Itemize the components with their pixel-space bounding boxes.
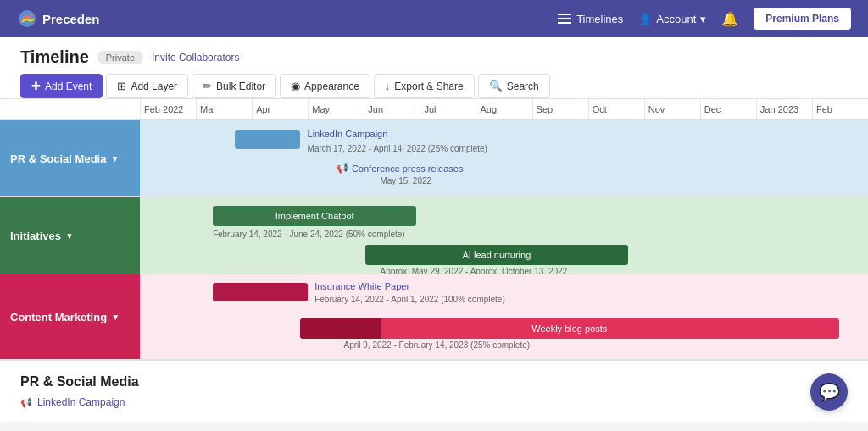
month-jun: Jun (364, 99, 420, 119)
edit-icon: ✏ (203, 80, 212, 92)
label-col-header (0, 99, 140, 119)
ai-lead-nurturing-label: AI lead nurturing (463, 250, 531, 260)
month-headers: Feb 2022 Mar Apr May Jun Jul Aug Sep Oct… (140, 99, 868, 119)
row-content-marketing: Content Marketing ▼ Insurance White Pape… (0, 274, 868, 360)
weekly-blog-posts-sublabel: April 9, 2022 - February 14, 2023 (25% c… (344, 340, 531, 350)
account-nav[interactable]: 👤 Account ▾ (638, 13, 706, 25)
month-feb2022: Feb 2022 (140, 99, 196, 119)
month-jul: Jul (420, 99, 476, 119)
month-sep: Sep (532, 99, 588, 119)
pr-social-label[interactable]: PR & Social Media ▼ (0, 120, 140, 196)
row-pr-social: PR & Social Media ▼ LinkedIn Campaign Ma… (0, 120, 868, 197)
account-label: Account (656, 13, 696, 25)
add-layer-label: Add Layer (131, 80, 177, 92)
initiatives-chevron-icon: ▼ (65, 231, 74, 240)
month-nov: Nov (644, 99, 700, 119)
invite-collaborators-link[interactable]: Invite Collaborators (152, 52, 239, 64)
bottom-section-title: PR & Social Media (20, 374, 848, 390)
page-header: Timeline Private Invite Collaborators ✚ … (0, 37, 868, 99)
insurance-white-paper-label: Insurance White Paper (314, 281, 409, 291)
ai-lead-nurturing-sublabel: Approx. May 29, 2022 - Approx. October 1… (380, 267, 567, 274)
plus-icon: ✚ (31, 80, 41, 92)
implement-chatbot-sublabel: February 14, 2022 - June 24, 2022 (50% c… (213, 229, 405, 239)
bulk-editor-label: Bulk Editor (216, 80, 265, 92)
topnav: Preceden Timelines 👤 Account ▾ 🔔 Premium… (0, 0, 868, 37)
linkedin-campaign-sublabel: March 17, 2022 - April 14, 2022 (25% com… (308, 144, 487, 153)
bottom-item-label: LinkedIn Campaign (37, 396, 125, 408)
insurance-white-paper-sublabel: February 14, 2022 - April 1, 2022 (100% … (314, 295, 505, 304)
content-mktg-chevron-icon: ▼ (111, 312, 120, 322)
user-icon: 👤 (638, 13, 652, 25)
month-aug: Aug (476, 99, 531, 119)
toolbar: ✚ Add Event ⊞ Add Layer ✏ Bulk Editor ◉ … (20, 74, 848, 98)
pr-social-content: LinkedIn Campaign March 17, 2022 - April… (140, 120, 868, 196)
chat-bubble-button[interactable]: 💬 (810, 373, 848, 411)
timelines-label: Timelines (576, 13, 623, 25)
implement-chatbot-bar[interactable]: Implement Chatbot (213, 206, 417, 226)
timelines-nav[interactable]: Timelines (558, 13, 623, 25)
logo-icon (17, 8, 37, 29)
export-icon: ↓ (385, 80, 391, 92)
export-share-button[interactable]: ↓ Export & Share (374, 74, 475, 98)
chevron-down-icon: ▾ (700, 13, 706, 25)
bottom-section: PR & Social Media 📢 LinkedIn Campaign (0, 360, 868, 422)
linkedin-campaign-label: LinkedIn Campaign (308, 129, 388, 139)
conference-press-sublabel: May 15, 2022 (380, 176, 431, 185)
layers-icon: ⊞ (117, 80, 126, 92)
add-event-button[interactable]: ✚ Add Event (20, 74, 103, 98)
month-apr: Apr (252, 99, 308, 119)
megaphone-icon: 📢 (337, 163, 348, 174)
appearance-label: Appearance (304, 80, 359, 92)
page-title: Timeline (20, 47, 89, 67)
month-dec: Dec (700, 99, 756, 119)
insurance-white-paper-bar[interactable] (213, 283, 308, 301)
appearance-icon: ◉ (291, 80, 300, 92)
logo-text: Preceden (42, 12, 100, 26)
row-initiatives: Initiatives ▼ Implement Chatbot February… (0, 197, 868, 274)
chat-icon: 💬 (819, 382, 840, 402)
hamburger-icon (558, 14, 571, 24)
timeline-header: Feb 2022 Mar Apr May Jun Jul Aug Sep Oct… (0, 99, 868, 120)
month-oct: Oct (588, 99, 644, 119)
month-jan2023: Jan 2023 (756, 99, 812, 119)
bottom-list-item[interactable]: 📢 LinkedIn Campaign (20, 396, 848, 408)
weekly-blog-posts-bar[interactable]: Weekly blog posts (300, 318, 839, 339)
export-share-label: Export & Share (394, 80, 463, 92)
private-badge: Private (97, 51, 143, 64)
weekly-blog-posts-label: Weekly blog posts (531, 323, 607, 334)
notifications-bell[interactable]: 🔔 (721, 11, 738, 27)
month-feb2023: Feb (812, 99, 868, 119)
content-marketing-content: Insurance White Paper February 14, 2022 … (140, 274, 868, 359)
initiatives-label-text: Initiatives (10, 229, 61, 242)
pr-chevron-icon: ▼ (110, 154, 119, 163)
add-event-label: Add Event (45, 80, 92, 92)
month-mar: Mar (196, 99, 252, 119)
topnav-right: Timelines 👤 Account ▾ 🔔 Premium Plans (558, 8, 851, 30)
megaphone-small-icon: 📢 (20, 397, 32, 408)
content-marketing-label-text: Content Marketing (10, 311, 107, 323)
pr-social-label-text: PR & Social Media (10, 152, 106, 165)
search-icon: 🔍 (489, 80, 503, 92)
month-may: May (308, 99, 364, 119)
content-marketing-label[interactable]: Content Marketing ▼ (0, 274, 140, 359)
bulk-editor-button[interactable]: ✏ Bulk Editor (192, 74, 276, 98)
page-title-row: Timeline Private Invite Collaborators (20, 47, 848, 67)
timeline-container: Feb 2022 Mar Apr May Jun Jul Aug Sep Oct… (0, 99, 868, 360)
ai-lead-nurturing-bar[interactable]: AI lead nurturing (365, 245, 627, 265)
initiatives-label[interactable]: Initiatives ▼ (0, 197, 140, 274)
conference-press-event[interactable]: 📢 Conference press releases (337, 163, 463, 174)
premium-button[interactable]: Premium Plans (754, 8, 851, 30)
logo[interactable]: Preceden (17, 8, 544, 29)
linkedin-campaign-bar[interactable] (235, 130, 300, 149)
appearance-button[interactable]: ◉ Appearance (280, 74, 370, 98)
initiatives-content: Implement Chatbot February 14, 2022 - Ju… (140, 197, 868, 274)
search-label: Search (507, 80, 539, 92)
add-layer-button[interactable]: ⊞ Add Layer (106, 74, 188, 98)
conference-press-label: Conference press releases (352, 163, 463, 174)
search-button[interactable]: 🔍 Search (478, 74, 550, 98)
implement-chatbot-label: Implement Chatbot (275, 211, 354, 221)
